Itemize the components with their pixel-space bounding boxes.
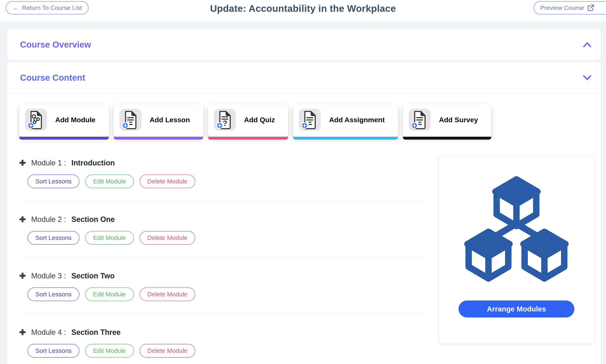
- add-actions-row: ? Add Module: [19, 104, 491, 137]
- add-action-label: Add Assignment: [329, 116, 385, 124]
- accent-underline: [114, 137, 203, 140]
- add-action-card[interactable]: ? Add Assignment: [293, 104, 398, 137]
- module-name: Section Two: [71, 272, 115, 280]
- plus-badge-icon: [122, 123, 128, 129]
- add-action-label: Add Survey: [439, 116, 478, 124]
- top-header-bar: ← Return To Course List Update: Accounta…: [0, 0, 606, 21]
- course-editor-page: ← Return To Course List Update: Accounta…: [0, 0, 606, 364]
- module-number-label: Module 2 :: [31, 215, 66, 224]
- course-overview-header[interactable]: Course Overview: [7, 29, 601, 60]
- page-title: Update: Accountability in the Workplace: [0, 3, 606, 14]
- modules-cubes-icon: [452, 168, 580, 296]
- sort-lessons-button[interactable]: Sort Lessons: [27, 344, 79, 358]
- delete-module-button[interactable]: Delete Module: [140, 344, 195, 358]
- accent-underline: [19, 137, 109, 140]
- sort-lessons-button[interactable]: Sort Lessons: [27, 287, 79, 301]
- document-plus-icon: ?: [119, 109, 142, 131]
- module-section: ✚ Module 1 : Introduction Sort Lessons E…: [19, 154, 426, 210]
- module-list: ✚ Module 1 : Introduction Sort Lessons E…: [19, 154, 426, 364]
- module-number-label: Module 1 :: [31, 159, 66, 167]
- add-action-card[interactable]: ? Add Survey: [403, 104, 491, 137]
- svg-text:?: ?: [223, 119, 227, 128]
- course-overview-title: Course Overview: [20, 40, 91, 50]
- module-name: Introduction: [71, 159, 115, 167]
- plus-badge-icon: [302, 123, 308, 129]
- document-plus-icon: ?: [299, 109, 321, 131]
- chevron-down-icon[interactable]: [583, 75, 592, 81]
- external-link-icon: [587, 4, 594, 12]
- accent-underline: [403, 137, 491, 140]
- add-action-card[interactable]: ? Add Quiz: [208, 104, 288, 137]
- preview-course-button[interactable]: Preview Course: [534, 1, 606, 14]
- module-title-row: ✚ Module 2 : Section One: [19, 214, 426, 225]
- add-action-card[interactable]: ? Add Module: [19, 104, 109, 137]
- course-content-header[interactable]: Course Content: [7, 62, 601, 93]
- arrange-modules-button[interactable]: Arrange Modules: [459, 300, 574, 317]
- delete-module-button[interactable]: Delete Module: [140, 231, 195, 245]
- edit-module-button[interactable]: Edit Module: [85, 231, 134, 245]
- delete-module-button[interactable]: Delete Module: [140, 287, 195, 301]
- plus-badge-icon: [28, 123, 34, 129]
- module-buttons-row: Sort Lessons Edit Module Delete Module: [27, 344, 426, 358]
- add-action-label: Add Module: [55, 116, 96, 124]
- module-title-row: ✚ Module 3 : Section Two: [19, 271, 426, 281]
- module-section: ✚ Module 2 : Section One Sort Lessons Ed…: [19, 210, 426, 266]
- module-buttons-row: Sort Lessons Edit Module Delete Module: [27, 175, 426, 188]
- module-name: Section One: [71, 215, 115, 224]
- accent-underline: [293, 137, 398, 140]
- course-content-title: Course Content: [20, 73, 85, 83]
- module-title-row: ✚ Module 4 : Section Three: [19, 327, 426, 338]
- module-title-row: ✚ Module 1 : Introduction: [19, 158, 426, 168]
- delete-module-button[interactable]: Delete Module: [140, 175, 195, 188]
- expand-plus-icon[interactable]: ✚: [19, 216, 26, 223]
- module-name: Section Three: [71, 328, 121, 337]
- module-section: ✚ Module 3 : Section Two Sort Lessons Ed…: [19, 266, 426, 323]
- document-plus-icon: ?: [214, 109, 236, 131]
- add-action-label: Add Lesson: [150, 116, 190, 124]
- add-action-card[interactable]: ? Add Lesson: [114, 104, 203, 137]
- arrange-modules-panel: Arrange Modules: [438, 156, 594, 344]
- course-overview-card: Course Overview: [7, 29, 601, 60]
- add-action-label: Add Quiz: [244, 116, 275, 124]
- module-buttons-row: Sort Lessons Edit Module Delete Module: [27, 287, 426, 301]
- expand-plus-icon[interactable]: ✚: [19, 159, 26, 167]
- preview-button-label: Preview Course: [540, 4, 584, 11]
- sort-lessons-button[interactable]: Sort Lessons: [27, 231, 79, 245]
- expand-plus-icon[interactable]: ✚: [19, 272, 26, 280]
- chevron-up-icon[interactable]: [583, 41, 592, 48]
- plus-badge-icon: [412, 123, 417, 129]
- edit-module-button[interactable]: Edit Module: [85, 175, 134, 188]
- edit-module-button[interactable]: Edit Module: [85, 344, 134, 358]
- module-number-label: Module 3 :: [31, 272, 66, 280]
- document-plus-icon: ?: [409, 109, 431, 131]
- module-buttons-row: Sort Lessons Edit Module Delete Module: [27, 231, 426, 245]
- module-section: ✚ Module 4 : Section Three Sort Lessons …: [19, 323, 426, 364]
- edit-module-button[interactable]: Edit Module: [85, 287, 134, 301]
- plus-badge-icon: [217, 123, 222, 129]
- module-number-label: Module 4 :: [31, 328, 66, 337]
- sort-lessons-button[interactable]: Sort Lessons: [27, 175, 79, 188]
- accent-underline: [208, 137, 288, 140]
- document-plus-icon: ?: [25, 109, 47, 131]
- expand-plus-icon[interactable]: ✚: [19, 328, 26, 336]
